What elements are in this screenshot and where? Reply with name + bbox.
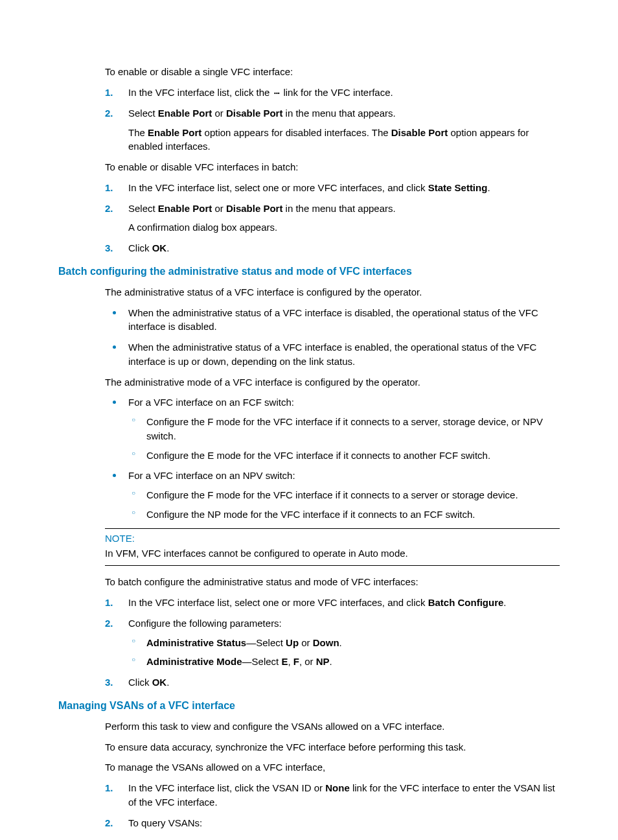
paragraph: Perform this task to view and configure …	[105, 719, 560, 734]
text: option appears for disabled interfaces. …	[201, 127, 391, 138]
paragraph: To ensure data accuracy, synchronize the…	[105, 740, 560, 754]
page-container: To enable or disable a single VFC interf…	[0, 0, 618, 840]
text: .	[330, 656, 332, 667]
section-heading: Batch configuring the administrative sta…	[58, 266, 560, 277]
list-item: Click OK.	[105, 675, 560, 690]
text-bold: OK	[152, 242, 167, 253]
sub-list-item: Configure the F mode for the VFC interfa…	[128, 488, 560, 502]
text-bold: Disable Port	[391, 127, 448, 138]
text: , or	[299, 656, 316, 667]
text: In the VFC interface list, click the VSA…	[128, 782, 325, 793]
list-item: Select Enable Port or Disable Port in th…	[105, 202, 560, 235]
sub-list-item: Configure the F mode for the VFC interfa…	[128, 415, 560, 443]
text-bold: Administrative Mode	[146, 656, 242, 667]
text-bold: NP	[316, 656, 330, 667]
note-box: NOTE: In VFM, VFC interfaces cannot be c…	[105, 528, 560, 566]
sub-list-item: Configure the E mode for the VFC interfa…	[128, 449, 560, 463]
list-item: In the VFC interface list, select one or…	[105, 596, 560, 610]
text-bold: E	[281, 656, 288, 667]
step-note: The Enable Port option appears for disab…	[128, 126, 560, 154]
text-bold: Enable Port	[158, 203, 212, 214]
text: The	[128, 127, 148, 138]
list-item: Configure the following parameters: Admi…	[105, 616, 560, 669]
text: .	[166, 677, 169, 688]
list-item: In the VFC interface list, click the VSA…	[105, 781, 560, 810]
text: or	[212, 203, 226, 214]
text: Select	[128, 203, 158, 214]
note-label: NOTE:	[105, 533, 560, 544]
list-item: For a VFC interface on an FCF switch: Co…	[105, 395, 560, 462]
paragraph: The administrative mode of a VFC interfa…	[105, 375, 560, 390]
text: or	[299, 637, 313, 648]
text-bold: Enable Port	[148, 127, 201, 138]
ordered-list: In the VFC interface list, select one or…	[105, 596, 560, 690]
list-item: When the administrative status of a VFC …	[105, 340, 560, 369]
text-bold: Enable Port	[158, 108, 212, 119]
text: For a VFC interface on an NPV switch:	[128, 470, 295, 481]
text: Configure the following parameters:	[128, 618, 282, 629]
text: or	[212, 108, 226, 119]
text-bold: Down	[313, 637, 339, 648]
paragraph: The administrative status of a VFC inter…	[105, 285, 560, 299]
text-bold: Administrative Status	[146, 637, 246, 648]
text: in the menu that appears.	[282, 203, 395, 214]
text: in the menu that appears.	[282, 108, 395, 119]
sub-list-item: Administrative Mode—Select E, F, or NP.	[128, 655, 560, 669]
text-bold: Disable Port	[226, 203, 283, 214]
text: ,	[288, 656, 293, 667]
text-bold: Disable Port	[226, 108, 283, 119]
note-text: In VFM, VFC interfaces cannot be configu…	[105, 546, 560, 561]
list-item: In the VFC interface list, click the ···…	[105, 86, 560, 100]
sub-list: Configure the F mode for the VFC interfa…	[128, 415, 560, 462]
text: .	[503, 597, 506, 608]
text-bold: None	[325, 782, 350, 793]
text: In the VFC interface list, click the	[128, 87, 273, 98]
ordered-list: In the VFC interface list, select one or…	[105, 181, 560, 255]
sub-list-item: Administrative Status—Select Up or Down.	[128, 636, 560, 650]
unordered-list: For a VFC interface on an FCF switch: Co…	[105, 395, 560, 521]
list-item: In the VFC interface list, select one or…	[105, 181, 560, 195]
text: In the VFC interface list, select one or…	[128, 182, 428, 193]
sub-list-item: Configure the NP mode for the VFC interf…	[128, 508, 560, 522]
text-bold: F	[293, 656, 299, 667]
text: .	[339, 637, 342, 648]
more-dots-icon: ···	[273, 87, 281, 100]
text: —Select	[242, 656, 282, 667]
text: Click	[128, 677, 152, 688]
list-item: For a VFC interface on an NPV switch: Co…	[105, 469, 560, 521]
text-bold: OK	[152, 677, 167, 688]
text: —Select	[246, 637, 286, 648]
list-item: Select Enable Port or Disable Port in th…	[105, 106, 560, 154]
text-bold: State Setting	[428, 182, 488, 193]
paragraph: To enable or disable VFC interfaces in b…	[105, 160, 560, 174]
text: link for the VFC interface.	[280, 87, 393, 98]
text: Click	[128, 242, 152, 253]
paragraph: To batch configure the administrative st…	[105, 575, 560, 589]
unordered-list: When the administrative status of a VFC …	[105, 306, 560, 369]
text: For a VFC interface on an FCF switch:	[128, 397, 294, 408]
list-item: To query VSANs:	[105, 816, 560, 830]
text: In the VFC interface list, select one or…	[128, 597, 428, 608]
paragraph: To enable or disable a single VFC interf…	[105, 65, 560, 79]
list-item: Click OK.	[105, 241, 560, 255]
ordered-list: In the VFC interface list, click the ···…	[105, 86, 560, 154]
text: Select	[128, 108, 158, 119]
text-bold: Batch Configure	[428, 597, 504, 608]
text: .	[166, 242, 169, 253]
sub-list: Administrative Status—Select Up or Down.…	[128, 636, 560, 670]
text: .	[487, 182, 490, 193]
text-bold: Up	[286, 637, 299, 648]
step-note: A confirmation dialog box appears.	[128, 220, 560, 235]
paragraph: To manage the VSANs allowed on a VFC int…	[105, 760, 560, 775]
sub-list: Configure the F mode for the VFC interfa…	[128, 488, 560, 522]
list-item: When the administrative status of a VFC …	[105, 306, 560, 334]
ordered-list: In the VFC interface list, click the VSA…	[105, 781, 560, 830]
section-heading: Managing VSANs of a VFC interface	[58, 700, 560, 712]
